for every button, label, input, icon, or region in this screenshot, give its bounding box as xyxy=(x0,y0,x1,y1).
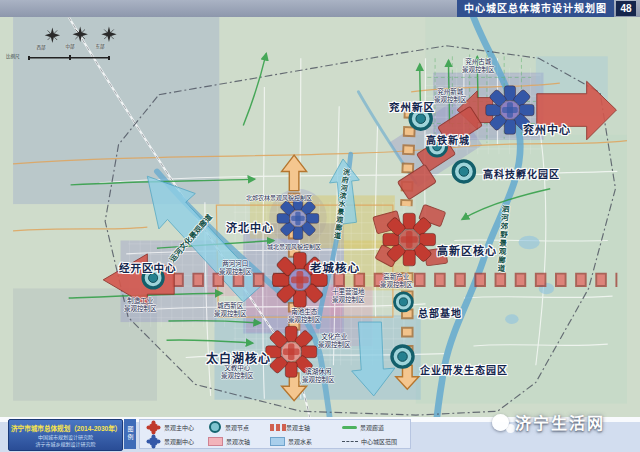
map-graphics xyxy=(0,17,640,417)
top-bar: 中心城区总体城市设计规划图 48 xyxy=(0,0,640,17)
legend-item: 景观次轴 xyxy=(202,437,264,446)
area-label: 兖州新城景观控制区 xyxy=(434,88,467,105)
plan-title-box: 济宁市城市总体规划（2014-2030年） 中国城市规划设计研究院 济宁市城乡规… xyxy=(8,419,123,451)
area-label: 高新产业景观控制区 xyxy=(380,273,413,290)
center-label-jibei-center: 济北中心 xyxy=(226,219,274,235)
watermark-logo-icon xyxy=(492,414,509,431)
water-system-icon xyxy=(270,437,285,446)
legend-item: 景观副中心 xyxy=(140,437,202,446)
planning-map-page: 中心城区总体城市设计规划图 48 xyxy=(0,0,640,452)
legend-item: 景观水系 xyxy=(264,437,336,446)
watermark-text: 济宁生活网 xyxy=(515,410,605,434)
center-label-headquarters-base: 总部基地 xyxy=(418,305,462,320)
area-label: 制造工业景观控制区 xyxy=(124,297,157,314)
sheet-number: 48 xyxy=(616,1,636,16)
area-label: 滨湖休闲景观控制区 xyxy=(302,368,335,385)
scale-bar-label: 比例尺 xyxy=(6,53,20,59)
area-label: 南池生态景观控制区 xyxy=(288,308,321,325)
center-label-hsr-new-town: 高铁新城 xyxy=(426,132,470,147)
area-label: 十里营湿地景观控制区 xyxy=(332,288,365,305)
boundary-line-icon xyxy=(342,441,358,442)
map-canvas: 西部 中部 东部 比例尺 运河文化景观廊道 洸府河滨水景观廊道 泗河郊野景观廊道… xyxy=(0,17,640,417)
center-label-rd-eco-park: 企业研发生态园区 xyxy=(420,362,508,377)
legend-item: 景观主轴 xyxy=(264,423,336,432)
center-label-yanzhou-center: 兖州中心 xyxy=(523,121,571,137)
corridor-line-icon xyxy=(342,426,357,429)
plan-title: 济宁市城市总体规划（2014-2030年） xyxy=(11,423,115,433)
legend-item: 景观廊道 xyxy=(336,423,408,432)
legend-item: 中心城区范围 xyxy=(336,437,408,446)
center-label-hightech-incubator: 高科技孵化园区 xyxy=(483,166,560,181)
main-center-flower-icon xyxy=(149,423,158,432)
rose-label-center: 中部 xyxy=(59,43,81,49)
legend-item: 景观主中心 xyxy=(140,423,202,432)
center-label-old-city-core: 老城核心 xyxy=(310,259,360,275)
center-label-hightech-core: 高新区核心 xyxy=(437,242,497,258)
secondary-axis-icon xyxy=(208,437,223,446)
plan-org2: 济宁市城乡规划设计研究院 xyxy=(9,441,122,448)
area-label: 文教中心景观控制区 xyxy=(221,364,254,381)
center-label-taibai-lake-core: 太白湖核心 xyxy=(206,349,271,366)
watermark: 济宁生活网 xyxy=(492,404,640,440)
area-label: 兖州古城景观控制区 xyxy=(462,58,495,75)
area-label: 两河河口景观控制区 xyxy=(219,260,252,277)
sub-center-flower-icon xyxy=(149,437,158,446)
legend-panel: 景观主中心 景观节点 景观主轴 景观廊道 景观副中心 景观次轴 景观水系 xyxy=(139,419,411,449)
main-axis-icon xyxy=(270,424,274,431)
center-label-yanzhou-new-district: 兖州新区 xyxy=(389,99,435,114)
area-label: 城西新区景观控制区 xyxy=(214,302,247,319)
rose-label-west: 西部 xyxy=(30,44,52,50)
legend-tab: 图例 xyxy=(124,419,136,449)
plan-org1: 中国城市规划设计研究院 xyxy=(9,434,122,441)
sheet-title: 中心城区总体城市设计规划图 xyxy=(457,0,614,17)
area-label: 城北景观风貌控制区 xyxy=(267,244,321,252)
legend-item: 景观节点 xyxy=(202,421,264,433)
center-label-economic-zone-center: 经开区中心 xyxy=(119,260,177,275)
area-label: 北郊农林景观风貌控制区 xyxy=(246,195,312,203)
landscape-node-icon xyxy=(209,421,221,433)
rose-label-east: 东部 xyxy=(89,43,111,49)
area-label: 文化产业景观控制区 xyxy=(318,333,351,350)
scale-bar xyxy=(28,56,110,60)
